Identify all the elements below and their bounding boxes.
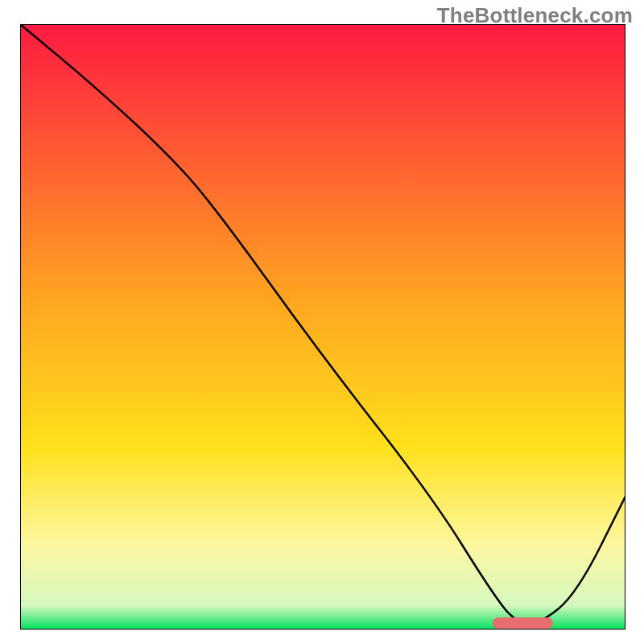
bottleneck-marker [493,617,553,629]
gradient-background [20,24,625,630]
chart-svg [20,24,625,630]
chart-frame: TheBottleneck.com [0,0,644,644]
plot-area [20,24,625,630]
